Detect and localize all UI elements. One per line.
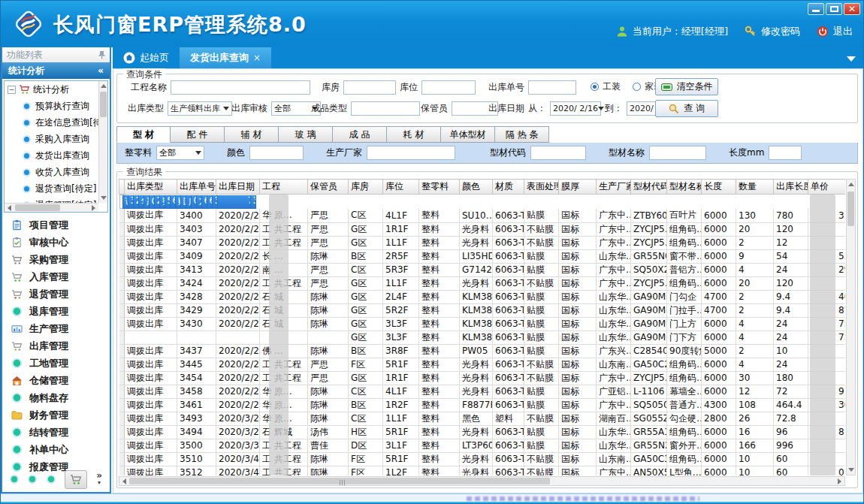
column-header-出库日期[interactable]: 出库日期	[216, 180, 260, 195]
table-row[interactable]: 调拨出库34242020/2/26工 共工程严思G区1L1F整料光身料6063-…	[119, 276, 846, 290]
sidebar-item-补单中心[interactable]: 补单中心	[2, 441, 110, 458]
tree-item-收货入库查询[interactable]: 收货入库查询	[5, 164, 98, 180]
tree-item-采购入库查询[interactable]: 采购入库查询	[5, 131, 98, 147]
location-input[interactable]	[421, 80, 476, 95]
tree-item-退库管理[待定][interactable]: 退库管理[待定]	[5, 197, 98, 203]
whole-part-select[interactable]: 全部	[156, 146, 204, 160]
table-row[interactable]: 调拨出库34932020/3/2华 原…陈琳C区1L1F整料黑色塑料不贴膜国标湖…	[119, 412, 846, 425]
tab-home[interactable]: 起始页	[113, 47, 180, 68]
close-button[interactable]: ✕	[844, 3, 860, 15]
sidebar-item-退库管理[interactable]: 退库管理	[2, 303, 110, 320]
tab-close-icon[interactable]: ×	[253, 53, 261, 63]
table-row[interactable]: 调拨出库34092020/2/25长 …陈琳B区2R5F整料LI35HD6063…	[119, 249, 846, 263]
collapse-icon[interactable]: «	[98, 65, 104, 76]
clear-conditions-button[interactable]: 清空条件	[655, 78, 718, 95]
column-header-单价[interactable]: 单价	[808, 180, 846, 195]
subtab-单体型材[interactable]: 单体型材	[441, 126, 495, 143]
sidebar-item-工地管理[interactable]: 工地管理	[2, 355, 110, 372]
search-button[interactable]: 查 询	[655, 100, 718, 117]
length-input[interactable]	[769, 146, 802, 160]
change-password-button[interactable]: 修改密码	[745, 25, 800, 38]
profile-name-input[interactable]	[649, 146, 706, 160]
stats-group-header[interactable]: 统计分析 «	[2, 62, 110, 79]
column-header-出库长度[interactable]: 出库长度	[774, 180, 808, 195]
column-header-生产厂家[interactable]: 生产厂家	[597, 180, 631, 195]
sidebar-item-项目管理[interactable]: 项目管理	[2, 216, 110, 234]
subtab-隔热条[interactable]: 隔 热 条	[495, 126, 549, 143]
tab-list-dropdown-icon[interactable]	[847, 56, 856, 62]
sidebar-item-审核中心[interactable]: 审核中心	[2, 234, 110, 251]
sidebar-item-仓储管理[interactable]: 仓储管理	[2, 372, 110, 389]
subtab-辅材[interactable]: 辅 材	[225, 126, 279, 143]
sidebar-item-退货管理[interactable]: 退货管理	[2, 285, 110, 303]
column-header-型材名称[interactable]: 型材名称	[667, 180, 702, 195]
maker-input[interactable]	[367, 146, 455, 160]
column-header-库位[interactable]: 库位	[383, 180, 419, 195]
sidebar-item-结转管理[interactable]: 结转管理	[2, 424, 110, 441]
tree-item-在途信息查询[待[interactable]: 在途信息查询[待	[5, 114, 98, 131]
dock-dot-icon[interactable]	[47, 475, 56, 484]
column-header-出库类型[interactable]: 出库类型	[125, 180, 177, 195]
table-row[interactable]: 调拨出库35102020/3/4工 共工程陈琳F区5R1F整料光身料6063-T…	[119, 452, 846, 466]
radio-gongzhuang[interactable]	[591, 83, 599, 91]
project-name-input[interactable]	[171, 80, 310, 95]
sidebar-item-出库管理[interactable]: 出库管理	[2, 337, 110, 355]
logout-button[interactable]: 退出	[817, 25, 853, 38]
sidebar-item-生产管理[interactable]: 生产管理	[2, 320, 110, 337]
table-row[interactable]: 调拨出库34302020/2/26石 城陈琳G区3L3F整料KLM3817606…	[119, 317, 846, 330]
column-header-表面处理[interactable]: 表面处理	[524, 180, 559, 195]
table-row[interactable]: G区3L3F整料KLM38176063-T5贴膜国标山东华…GA90M09.门下…	[119, 330, 846, 344]
table-row[interactable]: 调拨出库34582020/2/28华 原…陈琳C区4L1F整料光身料6063-T…	[119, 385, 846, 398]
table-row[interactable]: 调拨出库33992020/2/25华 原…严思C区2L1F整料SU10…6063…	[119, 195, 125, 209]
dock-cart-button[interactable]	[65, 470, 87, 489]
dock-more-button[interactable]: »▾	[96, 472, 102, 486]
subtab-配件[interactable]: 配 件	[171, 126, 225, 143]
product-type-input[interactable]	[351, 101, 420, 116]
radio-jiazhuang[interactable]	[633, 83, 641, 91]
table-row[interactable]: 调拨出库34942020/3/2石 辉城汤伟H区5R1F整料光身料6063-T5…	[119, 425, 846, 439]
table-row[interactable]: 调拨出库34292020/2/26石 城陈琳G区5R2F整料KLM3817606…	[119, 303, 846, 317]
column-header-数量[interactable]: 数量	[736, 180, 774, 195]
table-row[interactable]: 调拨出库34452020/2/27工 共工程严思F区5R1F整料光身料6063-…	[119, 358, 846, 371]
out-type-select[interactable]: 生产领料出库	[168, 101, 232, 116]
column-header-颜色[interactable]: 颜色	[460, 180, 493, 195]
order-no-input[interactable]	[528, 80, 576, 95]
column-header-材质[interactable]: 材质	[493, 180, 524, 195]
tab-outbound-query[interactable]: 发货出库查询 ×	[180, 47, 271, 68]
subtab-耗材[interactable]: 耗 材	[387, 126, 441, 143]
table-row[interactable]: 调拨出库35122020/3/4工 共工程陈琳F区1L2F整料光身料6063-T…	[119, 466, 846, 475]
tree-item-发货出库查询[interactable]: 发货出库查询	[5, 147, 98, 164]
table-row[interactable]: 调拨出库34002020/2/25华 原…严思C区4L1F整料SU10…6063…	[119, 209, 846, 222]
column-header-库房[interactable]: 库房	[349, 180, 383, 195]
date-from-picker[interactable]: 2020/ 2/16	[550, 101, 601, 116]
tree-root-item[interactable]: −统计分析	[5, 81, 98, 98]
table-row[interactable]: 调拨出库34282020/2/26石 城陈琳G区2L4F整料KLM3817606…	[119, 290, 846, 303]
table-row[interactable]: 调拨出库34542020/2/28工 共工程严思G区1R1F整料光身料6063-…	[119, 371, 846, 385]
subtab-玻璃[interactable]: 玻 璃	[279, 126, 333, 143]
table-row[interactable]: 调拨出库35002020/3/3工 共工程曹佳D区3L1F整料LT3P60606…	[119, 439, 846, 452]
tree-vertical-scrollbar[interactable]	[98, 81, 107, 203]
column-header-出库单号[interactable]: 出库单号	[177, 180, 216, 195]
column-header-长度[interactable]: 长度	[702, 180, 736, 195]
warehouse-input[interactable]	[343, 80, 396, 95]
column-header-型材代码[interactable]: 型材代码	[631, 180, 667, 195]
subtab-型材[interactable]: 型 材	[116, 126, 171, 143]
pin-icon[interactable]	[98, 51, 105, 59]
minimize-button[interactable]	[808, 3, 824, 15]
sidebar-item-入库管理[interactable]: 入库管理	[2, 268, 110, 285]
dock-dot-icon[interactable]	[28, 475, 37, 484]
tree-horizontal-scrollbar[interactable]	[5, 203, 98, 212]
table-row[interactable]: 调拨出库34612020/2/28华 原…陈琳B区1R2F整料F8877FT60…	[119, 398, 846, 412]
color-input[interactable]	[249, 146, 304, 160]
expander-icon[interactable]: −	[8, 86, 16, 94]
grid-horizontal-scrollbar[interactable]	[119, 476, 845, 486]
sidebar-item-财务管理[interactable]: 财务管理	[2, 406, 110, 424]
table-row[interactable]: 调拨出库34132020/2/26南 …严思C区5R3F整料G714226063…	[119, 263, 846, 276]
sidebar-item-物料盘存[interactable]: 物料盘存	[2, 389, 110, 406]
maximize-button[interactable]	[826, 3, 842, 15]
table-row[interactable]: 调拨出库34072020/2/25工 共工程严思G区1L1F整料光身料6063-…	[119, 236, 846, 249]
subtab-成品[interactable]: 成 品	[333, 126, 387, 143]
dock-dot-icon[interactable]	[10, 475, 19, 484]
table-row[interactable]: 调拨出库34372020/2/27佛 …陈琳B区3R8F整料PW056063-T…	[119, 344, 846, 358]
tree-item-预算执行查询[interactable]: 预算执行查询	[5, 98, 98, 114]
